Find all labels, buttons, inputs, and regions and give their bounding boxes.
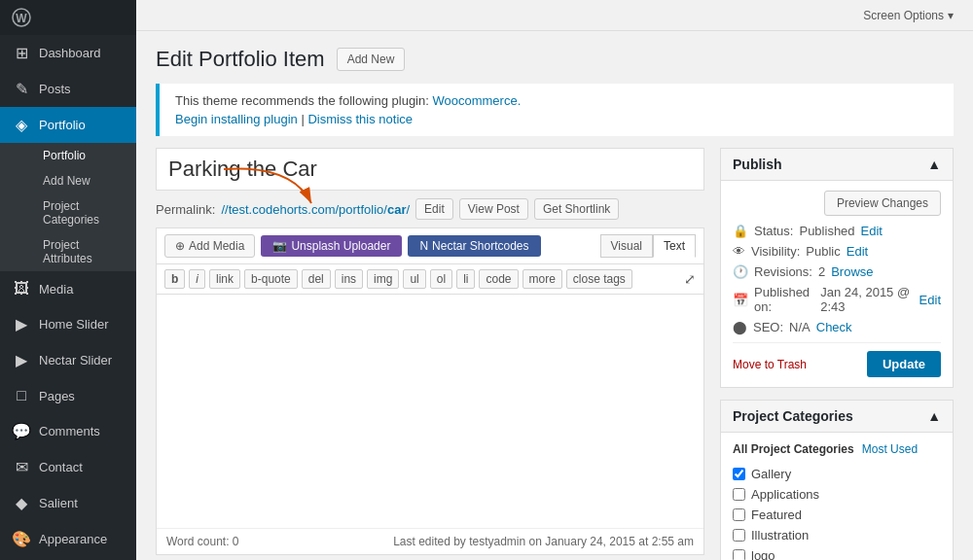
sidebar-item-posts[interactable]: ✎ Posts [0, 71, 136, 107]
publish-collapse-icon: ▲ [927, 157, 941, 172]
sidebar-item-pages[interactable]: □ Pages [0, 378, 136, 413]
sidebar-item-label: Home Slider [39, 317, 109, 332]
published-edit-link[interactable]: Edit [919, 293, 941, 307]
publish-panel-title: Publish [733, 157, 782, 172]
sidebar-item-comments[interactable]: 💬 Comments [0, 413, 136, 449]
sidebar-item-portfolio[interactable]: ◈ Portfolio [0, 107, 136, 143]
add-new-button[interactable]: Add New [337, 48, 406, 71]
revisions-value: 2 [818, 264, 825, 279]
del-button[interactable]: del [302, 269, 331, 289]
permalink-label: Permalink: [156, 202, 215, 217]
category-checkbox-featured[interactable] [733, 508, 745, 521]
unsplash-icon: 📷 [272, 239, 287, 253]
unsplash-uploader-button[interactable]: 📷 Unsplash Uploader [261, 235, 402, 257]
sidebar-item-home-slider[interactable]: ▶ Home Slider [0, 306, 136, 342]
editor-content-area[interactable] [157, 295, 703, 528]
sidebar-item-nectar-slider[interactable]: ▶ Nectar Slider [0, 342, 136, 378]
bquote-button[interactable]: b-quote [244, 269, 298, 289]
nectar-icon: N [419, 239, 428, 253]
sidebar-item-label: Comments [39, 424, 100, 438]
categories-collapse-icon: ▲ [927, 408, 941, 424]
post-title-input[interactable] [156, 148, 704, 191]
category-checkbox-logo[interactable] [733, 549, 745, 560]
dismiss-notice-link[interactable]: Dismiss this notice [307, 112, 413, 126]
all-categories-tab[interactable]: All Project Categories [733, 442, 854, 456]
category-item-logo: logo [733, 545, 941, 560]
editor-sidebar: Publish ▲ Preview Changes 🔒 Status: Publ… [720, 148, 954, 560]
category-label-gallery: Gallery [751, 467, 791, 481]
category-checkbox-applications[interactable] [733, 488, 745, 501]
sidebar-item-appearance[interactable]: 🎨 Appearance [0, 521, 136, 557]
sidebar-item-media[interactable]: 🖼 Media [0, 271, 136, 306]
permalink-url[interactable]: //test.codehorts.com/portfolio/car/ [221, 202, 410, 217]
ol-button[interactable]: ol [430, 269, 452, 289]
italic-button[interactable]: i [189, 269, 205, 289]
close-tags-button[interactable]: close tags [566, 269, 632, 289]
posts-icon: ✎ [12, 80, 31, 98]
salient-icon: ◆ [12, 494, 31, 512]
woocommerce-plugin-link[interactable]: Woocommerce. [432, 93, 521, 108]
seo-check-link[interactable]: Check [816, 320, 852, 334]
revisions-browse-link[interactable]: Browse [831, 264, 873, 279]
publish-panel-header[interactable]: Publish ▲ [721, 149, 953, 181]
most-used-tab[interactable]: Most Used [862, 442, 918, 456]
portfolio-icon: ◈ [12, 116, 31, 134]
seo-label: SEO: [753, 320, 783, 334]
ul-button[interactable]: ul [403, 269, 425, 289]
editor-main: Permalink: //test.codehorts.com/portfoli… [156, 148, 704, 560]
code-button[interactable]: code [479, 269, 518, 289]
submenu-project-attributes[interactable]: Project Attributes [12, 232, 136, 271]
add-media-icon: ⊕ [175, 239, 185, 253]
wordpress-logo-icon: W [12, 8, 31, 27]
screen-options-button[interactable]: Screen Options ▾ [863, 9, 954, 22]
preview-changes-button[interactable]: Preview Changes [824, 191, 941, 216]
img-button[interactable]: img [367, 269, 399, 289]
add-media-button[interactable]: ⊕ Add Media [164, 234, 255, 258]
sidebar-item-salient[interactable]: ◆ Salient [0, 485, 136, 521]
nectar-shortcodes-button[interactable]: N Nectar Shortcodes [408, 235, 540, 257]
published-on-row: 📅 Published on: Jan 24, 2015 @ 2:43 Edit [733, 285, 941, 314]
wp-logo-header: W [0, 0, 136, 35]
update-button[interactable]: Update [867, 351, 941, 377]
status-label: Status: [754, 224, 793, 238]
revisions-label: Revisions: [754, 264, 812, 279]
submenu-add-new[interactable]: Add New [12, 168, 136, 193]
sidebar-item-dashboard[interactable]: ⊞ Dashboard [0, 35, 136, 71]
editor-top-toolbar: ⊕ Add Media 📷 Unsplash Uploader N Nectar… [157, 228, 703, 264]
category-item-gallery: Gallery [733, 464, 941, 484]
move-to-trash-link[interactable]: Move to Trash [733, 358, 807, 371]
visual-tab[interactable]: Visual [600, 234, 653, 258]
status-edit-link[interactable]: Edit [861, 224, 883, 238]
category-item-illustration: Illustration [733, 525, 941, 545]
bold-button[interactable]: b [164, 269, 185, 289]
more-button[interactable]: more [523, 269, 562, 289]
media-icon: 🖼 [12, 280, 31, 298]
visibility-icon: 👁 [733, 244, 745, 259]
project-categories-header[interactable]: Project Categories ▲ [721, 401, 953, 433]
sidebar-item-label: Media [39, 282, 73, 297]
link-button[interactable]: link [209, 269, 240, 289]
category-checkbox-gallery[interactable] [733, 468, 745, 480]
submenu-project-categories[interactable]: Project Categories [12, 193, 136, 232]
seo-icon: ⬤ [733, 320, 747, 334]
ins-button[interactable]: ins [335, 269, 363, 289]
submenu-portfolio[interactable]: Portfolio [12, 143, 136, 168]
visibility-edit-link[interactable]: Edit [847, 244, 868, 259]
begin-installing-link[interactable]: Begin installing plugin [175, 112, 298, 126]
view-post-button[interactable]: View Post [459, 198, 528, 220]
status-row: 🔒 Status: Published Edit [733, 224, 941, 238]
sidebar-item-contact[interactable]: ✉ Contact [0, 449, 136, 485]
dashboard-icon: ⊞ [12, 44, 31, 62]
appearance-icon: 🎨 [12, 530, 31, 548]
permalink-edit-button[interactable]: Edit [415, 198, 453, 220]
category-checkbox-illustration[interactable] [733, 529, 745, 542]
category-item-applications: Applications [733, 484, 941, 505]
expand-icon[interactable]: ⤢ [684, 271, 696, 287]
notice-text-row1: This theme recommends the following plug… [175, 93, 938, 108]
plugin-notice: This theme recommends the following plug… [156, 84, 954, 136]
category-label-featured: Featured [751, 508, 802, 522]
editor-footer: Word count: 0 Last edited by testyadmin … [157, 528, 703, 554]
li-button[interactable]: li [456, 269, 475, 289]
text-tab[interactable]: Text [653, 234, 696, 258]
get-shortlink-button[interactable]: Get Shortlink [534, 198, 619, 220]
